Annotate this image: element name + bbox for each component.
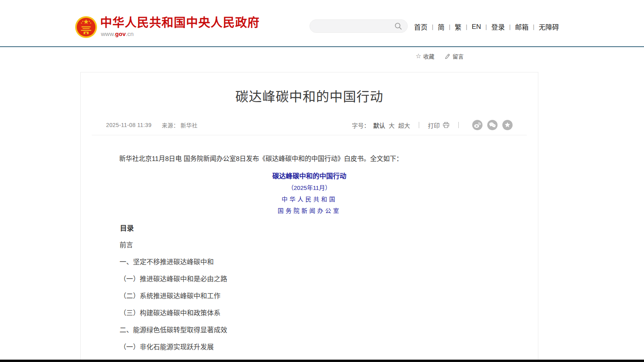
publish-date: 2025-11-08 11:39 [106, 122, 152, 128]
star-icon: ☆ [416, 53, 421, 59]
article-meta-right: 字号： 默认 大 超大 打印 [352, 120, 513, 130]
toc-item-1-1: （一）推进碳达峰碳中和是必由之路 [106, 275, 513, 284]
nav-mail[interactable]: 邮箱 [515, 22, 528, 32]
pencil-icon [445, 53, 450, 59]
doc-date: （2025年11月） [106, 184, 513, 192]
url-cn: .cn [126, 30, 134, 37]
toc-item-2: 二、能源绿色低碳转型取得显著成效 [106, 326, 513, 335]
message-label: 留言 [452, 52, 464, 60]
source-label: 来源： [162, 121, 179, 129]
toc-heading: 目录 [106, 224, 513, 233]
site-header: 中华人民共和国中央人民政府 www.gov.cn 首页| 简| 繁| EN| 登… [0, 0, 644, 47]
doc-title: 碳达峰碳中和的中国行动 [106, 172, 513, 181]
favorite-label: 收藏 [423, 52, 434, 60]
top-nav: 首页| 简| 繁| EN| 登录| 邮箱| 无障碍 [414, 22, 559, 32]
site-title: 中华人民共和国中央人民政府 [100, 16, 260, 29]
nav-separator: | [449, 23, 450, 30]
article-toolbar: ☆ 收藏 留言 [416, 52, 464, 60]
article-meta: 2025-11-08 11:39 来源： 新华社 字号： 默认 大 超大 打印 [106, 120, 513, 130]
font-size-xlarge[interactable]: 超大 [398, 121, 410, 129]
site-logo[interactable]: 中华人民共和国中央人民政府 www.gov.cn [75, 16, 260, 38]
nav-accessibility[interactable]: 无障碍 [539, 22, 559, 32]
page: 中华人民共和国中央人民政府 www.gov.cn 首页| 简| 繁| EN| 登… [0, 0, 644, 362]
article-intro: 新华社北京11月8日电 国务院新闻办公室8日发布《碳达峰碳中和的中国行动》白皮书… [106, 154, 513, 163]
url-www: www. [101, 30, 115, 37]
weibo-icon[interactable] [472, 120, 483, 130]
nav-separator: | [485, 23, 487, 30]
nav-separator: | [509, 23, 511, 30]
article-card: 碳达峰碳中和的中国行动 2025-11-08 11:39 来源： 新华社 字号：… [80, 72, 538, 362]
nav-separator: | [432, 23, 433, 30]
logo-text: 中华人民共和国中央人民政府 www.gov.cn [100, 16, 260, 37]
toc-item-1-2: （二）系统推进碳达峰碳中和工作 [106, 292, 513, 301]
meta-separator [419, 122, 419, 128]
site-url: www.gov.cn [101, 30, 260, 37]
nav-english[interactable]: EN [472, 23, 481, 31]
nav-login[interactable]: 登录 [491, 22, 505, 32]
font-size-default[interactable]: 默认 [373, 121, 385, 129]
meta-separator [458, 122, 459, 128]
article-meta-left: 2025-11-08 11:39 来源： 新华社 [106, 121, 198, 129]
toc-item-2-1: （一）非化石能源实现跃升发展 [106, 343, 513, 352]
url-gov: gov [115, 30, 126, 37]
nav-separator: | [533, 23, 534, 30]
viewport-bottom-edge [0, 360, 644, 362]
toc-item-1: 一、坚定不移推进碳达峰碳中和 [106, 258, 513, 267]
article-title: 碳达峰碳中和的中国行动 [81, 88, 538, 106]
national-emblem-icon [75, 16, 97, 38]
doc-author-line2: 国务院新闻办公室 [106, 207, 513, 215]
search-input[interactable] [310, 20, 394, 32]
nav-traditional[interactable]: 繁 [455, 22, 462, 32]
font-size-large[interactable]: 大 [389, 121, 395, 129]
star-circle-icon[interactable] [502, 120, 513, 130]
nav-home[interactable]: 首页 [414, 22, 427, 32]
printer-icon[interactable] [443, 122, 450, 128]
source-value: 新华社 [180, 121, 198, 129]
nav-separator: | [466, 23, 467, 30]
favorite-button[interactable]: ☆ 收藏 [416, 52, 434, 60]
article-body: 新华社北京11月8日电 国务院新闻办公室8日发布《碳达峰碳中和的中国行动》白皮书… [81, 154, 538, 352]
toc-item-preface: 前言 [106, 241, 513, 250]
print-button[interactable]: 打印 [428, 121, 440, 129]
meta-divider [92, 135, 527, 135]
search-icon[interactable] [394, 22, 403, 30]
font-size-label: 字号： [352, 121, 370, 129]
toc-item-1-3: （三）构建碳达峰碳中和政策体系 [106, 309, 513, 318]
search-box[interactable] [310, 19, 408, 33]
nav-simplified[interactable]: 简 [438, 22, 445, 32]
wechat-icon[interactable] [487, 120, 498, 130]
message-button[interactable]: 留言 [445, 52, 464, 60]
doc-author-line1: 中华人民共和国 [106, 195, 513, 204]
